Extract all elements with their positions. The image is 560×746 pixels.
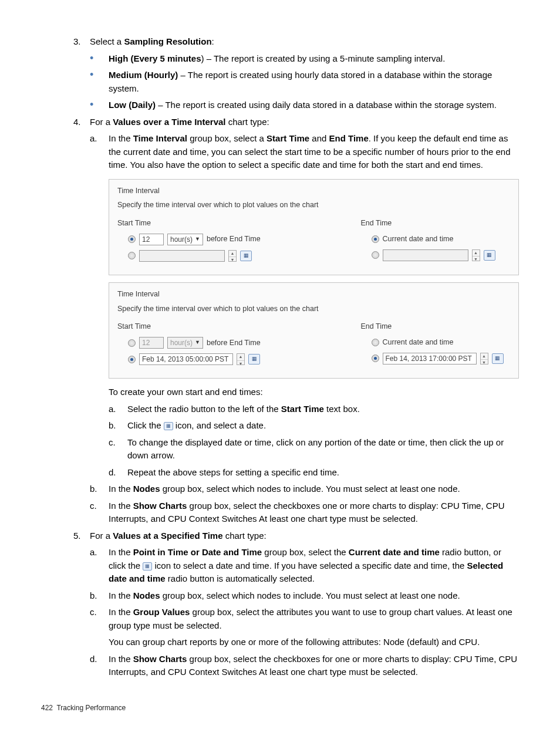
bold-text: Nodes: [133, 590, 160, 600]
hours-input[interactable]: 12: [139, 337, 164, 349]
own-times-intro: To create your own start and end times:: [109, 386, 519, 399]
step-letter: b.: [90, 589, 109, 603]
radio-end-current[interactable]: [372, 235, 379, 243]
page-number: 422: [41, 704, 53, 712]
radio-start-relative[interactable]: [128, 235, 136, 243]
spinner-down-icon: ▼: [237, 361, 244, 367]
spinner-up-icon: ▲: [237, 354, 244, 361]
bullet-dot: •: [90, 69, 109, 95]
bullet-text: Low (Daily) – The report is created usin…: [109, 99, 519, 112]
date-input[interactable]: Feb 14, 2013 05:00:00 PST: [139, 353, 233, 365]
bold-text: Nodes: [133, 484, 160, 494]
end-current-row: Current date and time: [372, 234, 511, 245]
text: In the: [109, 484, 133, 494]
spinner[interactable]: ▲▼: [228, 250, 237, 262]
bold-text: Time Interval: [133, 133, 187, 143]
footer-label: Tracking Performance: [56, 704, 126, 712]
start-relative-row: 12 hour(s)▼ before End Time: [128, 337, 267, 349]
end-time-label: End Time: [361, 218, 511, 229]
spinner-up-icon: ▲: [473, 250, 480, 257]
text: :: [212, 36, 214, 46]
step-number: 5.: [73, 529, 90, 543]
start-absolute-row: ▲▼ ▦: [128, 250, 267, 262]
step-letter: d.: [109, 466, 127, 480]
text: In the: [109, 133, 133, 143]
unit-select[interactable]: hour(s)▼: [167, 337, 203, 349]
text: icon, and select a date.: [173, 420, 266, 430]
text: You can group chart reports by one or mo…: [109, 637, 480, 647]
step-text: In the Show Charts group box, select the…: [109, 653, 519, 679]
calendar-icon[interactable]: ▦: [484, 250, 495, 261]
bold-text: High (Every 5 minutes: [109, 53, 201, 63]
step-4a: a. In the Time Interval group box, selec…: [90, 132, 519, 172]
start-absolute-row: Feb 14, 2013 05:00:00 PST ▲▼ ▦: [128, 353, 267, 365]
before-label: before End Time: [207, 337, 261, 349]
radio-start-relative[interactable]: [128, 339, 136, 347]
text: chart type:: [226, 117, 269, 127]
text: group box, select which nodes to include…: [160, 484, 460, 494]
end-time-col: End Time Current date and time Feb 14, 2…: [361, 321, 511, 370]
text: In the: [109, 607, 133, 617]
current-label: Current date and time: [383, 337, 454, 348]
start-time-col: Start Time 12 hour(s)▼ before End Time ▲…: [117, 218, 267, 266]
date-input[interactable]: Feb 14, 2013 17:00:00 PST: [383, 353, 477, 364]
radio-end-current[interactable]: [372, 339, 379, 346]
text: In the: [109, 501, 133, 511]
spinner-down-icon: ▼: [481, 360, 488, 366]
text: – The report is created using daily data…: [156, 100, 497, 110]
start-relative-row: 12 hour(s)▼ before End Time: [128, 234, 267, 245]
radio-start-absolute[interactable]: [128, 252, 136, 259]
substep-c: c. To change the displayed date or time,…: [109, 436, 519, 463]
panel-desc: Specify the time interval over which to …: [117, 200, 510, 211]
end-time-label: End Time: [361, 321, 511, 332]
bullet-medium: • Medium (Hourly) – The report is create…: [90, 69, 519, 95]
date-input-disabled[interactable]: [139, 250, 225, 262]
step-text: For a Values over a Time Interval chart …: [90, 116, 519, 129]
text: text box.: [324, 404, 360, 414]
calendar-icon[interactable]: ▦: [492, 353, 504, 364]
bullet-high: • High (Every 5 minutes) – The report is…: [90, 52, 519, 66]
spinner[interactable]: ▲▼: [480, 353, 488, 364]
step-text: Click the ▦ icon, and select a date.: [127, 419, 519, 433]
radio-end-absolute[interactable]: [372, 355, 379, 362]
step-text: In the Show Charts group box, select the…: [109, 499, 519, 526]
radio-end-absolute[interactable]: [372, 251, 379, 259]
text: group box, select which nodes to include…: [160, 590, 460, 600]
end-current-row: Current date and time: [372, 337, 511, 348]
step-text: Select a Sampling Resolution:: [90, 35, 519, 49]
step-text: For a Values at a Specified Time chart t…: [90, 529, 519, 543]
bold-text: Show Charts: [133, 654, 187, 664]
bullet-dot: •: [90, 52, 109, 66]
step-letter: a.: [90, 546, 109, 586]
bullet-text: High (Every 5 minutes) – The report is c…: [109, 52, 519, 66]
step-letter: a.: [109, 403, 127, 416]
bullet-dot: •: [90, 99, 109, 112]
text: In the: [109, 654, 133, 664]
step-5a: a. In the Point in Time or Date and Time…: [90, 546, 519, 586]
date-input-disabled[interactable]: [383, 249, 468, 261]
spinner-up-icon: ▲: [481, 353, 488, 360]
hours-input[interactable]: 12: [139, 234, 164, 245]
calendar-icon[interactable]: ▦: [240, 251, 252, 261]
unit-select[interactable]: hour(s)▼: [167, 234, 203, 245]
panel-title: Time Interval: [117, 289, 510, 300]
step-letter: c.: [109, 436, 127, 463]
bold-text: Sampling Resolution: [124, 36, 211, 46]
spinner[interactable]: ▲▼: [472, 249, 480, 261]
calendar-icon[interactable]: ▦: [248, 354, 260, 364]
step-3: 3. Select a Sampling Resolution:: [73, 35, 519, 49]
step-number: 4.: [73, 116, 90, 129]
step-text: In the Point in Time or Date and Time gr…: [109, 546, 519, 586]
step-text: Repeat the above steps for setting a spe…: [127, 466, 519, 480]
bold-text: Show Charts: [133, 501, 187, 511]
substep-b: b. Click the ▦ icon, and select a date.: [109, 419, 519, 433]
step-4b: b. In the Nodes group box, select which …: [90, 482, 519, 496]
radio-start-absolute[interactable]: [128, 356, 136, 363]
step-letter: c.: [90, 499, 109, 526]
substep-d: d. Repeat the above steps for setting a …: [109, 466, 519, 480]
text: For a: [90, 117, 113, 127]
spinner-down-icon: ▼: [473, 256, 480, 263]
select-value: hour(s): [170, 234, 193, 245]
bold-text: End Time: [329, 133, 369, 143]
spinner[interactable]: ▲▼: [237, 353, 245, 365]
